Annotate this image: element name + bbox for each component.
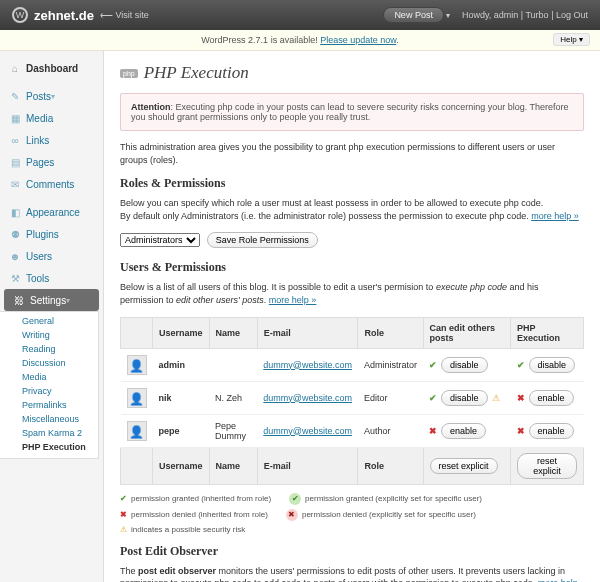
user-name: N. Zeh [209,381,257,414]
menu-pages[interactable]: ▤Pages [0,151,103,173]
update-notice: WordPress 2.7.1 is available! Please upd… [0,30,600,51]
role: Administrator [358,348,423,381]
site-title-link[interactable]: zehnet.de [34,8,94,23]
users-icon: ☻ [8,249,22,263]
menu-comments[interactable]: ✉Comments [0,173,103,195]
canedit-toggle-button[interactable]: disable [441,357,488,373]
user-name [209,348,257,381]
wp-logo-icon: W [12,7,28,23]
check-icon: ✔ [120,494,127,503]
warning-icon: ⚠ [120,525,127,534]
sub-privacy[interactable]: Privacy [10,384,98,398]
more-help-link[interactable]: more help » [531,211,579,221]
menu-posts[interactable]: ✎Posts▾ [0,85,103,107]
menu-users[interactable]: ☻Users [0,245,103,267]
email-link[interactable]: dummy@website.com [263,360,352,370]
warning-icon: ⚠ [492,393,500,403]
tools-icon: ⚒ [8,271,22,285]
sub-media[interactable]: Media [10,370,98,384]
table-row: nikN. Zehdummy@website.comEditor✔disable… [121,381,584,414]
role: Author [358,414,423,447]
roles-heading: Roles & Permissions [120,176,584,191]
security-warning: Attention: Executing php code in your po… [120,93,584,131]
gear-icon: ⛓ [12,293,26,307]
canedit-toggle-button[interactable]: disable [441,390,488,406]
more-help-link[interactable]: more help » [269,295,317,305]
users-table: Username Name E-mail Role Can edit other… [120,317,584,485]
role-select[interactable]: Administrators [120,233,200,247]
x-icon: ✖ [429,426,437,436]
menu-settings[interactable]: ⛓Settings▾ [4,289,99,311]
admin-sidebar: ⌂Dashboard ✎Posts▾ ▦Media ∞Links ▤Pages … [0,51,104,582]
sub-miscellaneous[interactable]: Miscellaneous [10,412,98,426]
pin-icon: ✎ [8,89,22,103]
avatar [127,421,147,441]
comment-icon: ✉ [8,177,22,191]
email-link[interactable]: dummy@website.com [263,393,352,403]
phpexec-toggle-button[interactable]: disable [529,357,576,373]
logout-link[interactable]: Log Out [556,10,588,20]
avatar [127,388,147,408]
page-icon: ▤ [8,155,22,169]
profile-link[interactable]: admin [494,10,519,20]
roles-desc: Below you can specify which role a user … [120,197,584,222]
sub-permalinks[interactable]: Permalinks [10,398,98,412]
username: pepe [159,426,180,436]
intro-text: This administration area gives you the p… [120,141,584,166]
update-now-link[interactable]: Please update now [320,35,396,45]
home-icon: ⌂ [8,61,22,75]
sub-general[interactable]: General [10,314,98,328]
phpexec-toggle-button[interactable]: enable [529,390,574,406]
turbo-link[interactable]: Turbo [525,10,548,20]
chevron-down-icon: ▾ [51,92,55,101]
phpexec-toggle-button[interactable]: enable [529,423,574,439]
users-desc: Below is a list of all users of this blo… [120,281,584,306]
save-role-permissions-button[interactable]: Save Role Permissions [207,232,318,248]
plugin-icon: ⚉ [8,227,22,241]
menu-plugins[interactable]: ⚉Plugins [0,223,103,245]
avatar [127,355,147,375]
sub-reading[interactable]: Reading [10,342,98,356]
canedit-toggle-button[interactable]: enable [441,423,486,439]
sub-php-execution[interactable]: PHP Execution [10,440,98,454]
appearance-icon: ◧ [8,205,22,219]
x-circle-icon: ✖ [286,509,298,521]
admin-top-bar: W zehnet.de Visit site New Post ▾ Howdy,… [0,0,600,30]
help-button[interactable]: Help ▾ [553,33,590,46]
reset-explicit-canedit-button[interactable]: reset explicit [430,458,498,474]
observer-heading: Post Edit Observer [120,544,584,559]
table-footer-row: Username Name E-mail Role reset explicit… [121,447,584,484]
email-link[interactable]: dummy@website.com [263,426,352,436]
username: admin [159,360,186,370]
menu-media[interactable]: ▦Media [0,107,103,129]
table-row: pepePepe Dummydummy@website.comAuthor✖en… [121,414,584,447]
table-header-row: Username Name E-mail Role Can edit other… [121,317,584,348]
menu-appearance[interactable]: ◧Appearance [0,201,103,223]
x-icon: ✖ [120,510,127,519]
sub-discussion[interactable]: Discussion [10,356,98,370]
sub-writing[interactable]: Writing [10,328,98,342]
observer-desc: The post edit observer monitors the user… [120,565,584,582]
check-icon: ✔ [517,360,525,370]
page-title: phpPHP Execution [120,63,584,83]
menu-dashboard[interactable]: ⌂Dashboard [0,57,103,79]
check-circle-icon: ✔ [289,493,301,505]
check-icon: ✔ [429,360,437,370]
x-icon: ✖ [517,393,525,403]
visit-site-link[interactable]: Visit site [100,10,149,20]
reset-explicit-phpexec-button[interactable]: reset explicit [517,453,577,479]
new-post-dropdown-icon[interactable]: ▾ [446,11,450,20]
sub-spam-karma[interactable]: Spam Karma 2 [10,426,98,440]
main-content: phpPHP Execution Attention: Executing ph… [104,51,600,582]
new-post-button[interactable]: New Post [383,7,444,23]
howdy-text: Howdy, admin | Turbo | Log Out [462,10,588,20]
menu-tools[interactable]: ⚒Tools [0,267,103,289]
role: Editor [358,381,423,414]
x-icon: ✖ [517,426,525,436]
link-icon: ∞ [8,133,22,147]
check-icon: ✔ [429,393,437,403]
chevron-down-icon: ▾ [66,296,70,305]
menu-links[interactable]: ∞Links [0,129,103,151]
settings-submenu: General Writing Reading Discussion Media… [0,311,99,459]
php-icon: php [120,69,138,78]
